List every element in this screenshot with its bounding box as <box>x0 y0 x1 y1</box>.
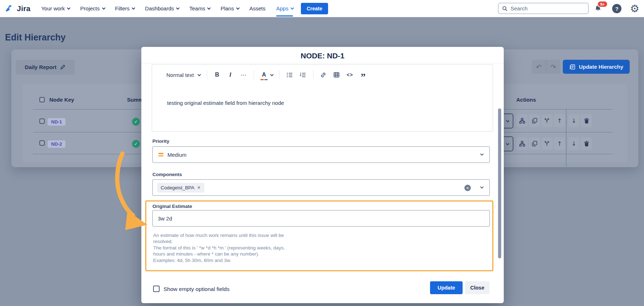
tree-icon <box>519 141 525 147</box>
chevron-down-icon <box>176 6 180 10</box>
branch-icon <box>544 141 550 146</box>
numbered-list-button[interactable] <box>300 71 306 79</box>
bold-button[interactable]: B <box>214 71 220 79</box>
hierarchy-tree-button[interactable] <box>516 137 528 150</box>
nav-item-teams[interactable]: Teams <box>189 0 210 17</box>
nav-item-apps[interactable]: Apps <box>276 0 293 17</box>
italic-button[interactable]: I <box>227 71 234 79</box>
clear-all-icon[interactable]: ✕ <box>464 185 471 191</box>
editor-toolbar: Normal text B I ⋯ A <box>166 71 366 79</box>
up-arrow-icon: ↑ <box>557 117 562 124</box>
close-button[interactable]: Close <box>465 281 489 294</box>
copy-button[interactable] <box>529 137 540 150</box>
report-name-chip[interactable]: Daily Report <box>16 60 75 74</box>
priority-value: Medium <box>167 152 186 158</box>
description-editor[interactable]: Normal text B I ⋯ A <box>152 64 493 132</box>
text-style-dropdown[interactable]: Normal text <box>166 72 200 78</box>
chevron-down-icon <box>480 152 484 156</box>
question-icon: ? <box>612 4 621 13</box>
column-header-actions: Actions <box>516 97 536 103</box>
show-empty-fields-checkbox[interactable] <box>153 286 160 292</box>
node-key-badge[interactable]: ND-1 <box>48 118 65 126</box>
chevron-down-icon <box>102 6 105 10</box>
toolbar-divider <box>254 71 254 79</box>
nav-item-filters[interactable]: Filters <box>115 0 135 17</box>
nav-item-assets[interactable]: Assets <box>249 0 265 17</box>
delete-button[interactable] <box>581 114 592 127</box>
hierarchy-tree-button[interactable] <box>516 114 528 127</box>
settings-button[interactable]: ⚙ <box>628 0 641 17</box>
jira-logo[interactable]: Jira <box>5 4 30 13</box>
delete-button[interactable] <box>581 137 592 150</box>
branch-button[interactable] <box>541 137 553 150</box>
gear-icon: ⚙ <box>630 4 639 14</box>
show-empty-fields-label: Show empty optional fields <box>164 286 229 292</box>
status-check-icon: ✓ <box>132 140 140 148</box>
down-arrow-icon: ↓ <box>571 140 576 147</box>
toolbar-divider <box>207 71 207 79</box>
node-edit-modal: NODE: ND-1 Normal text B I ⋯ A <box>141 47 504 303</box>
row-checkbox[interactable] <box>39 140 45 146</box>
chevron-down-icon <box>291 6 294 10</box>
toolbar-divider <box>279 71 280 79</box>
move-down-button[interactable]: ↓ <box>568 114 580 127</box>
update-button[interactable]: Update <box>430 281 463 294</box>
up-arrow-icon: ↑ <box>557 140 562 147</box>
chevron-down-icon <box>197 73 201 76</box>
move-up-button[interactable]: ↑ <box>554 137 565 150</box>
copy-button[interactable] <box>529 114 540 127</box>
jira-screen: Jira Your work Projects Filters Dashboar… <box>0 0 644 306</box>
original-estimate-input[interactable] <box>152 210 490 227</box>
chevron-down-icon[interactable] <box>270 73 274 76</box>
components-select[interactable]: Codegeist_BPA ✕ ✕ <box>152 179 490 196</box>
node-key-badge[interactable]: ND-2 <box>48 140 65 148</box>
pencil-icon <box>60 64 66 70</box>
branch-button[interactable] <box>541 114 553 127</box>
search-icon <box>502 6 508 11</box>
undo-button[interactable]: ↶ <box>532 60 546 74</box>
undo-redo-group: ↶ ↷ <box>532 60 560 74</box>
modal-scrollbar[interactable] <box>498 108 501 258</box>
modal-title: NODE: ND-1 <box>141 52 504 60</box>
priority-label: Priority <box>152 139 169 144</box>
nav-item-dashboards[interactable]: Dashboards <box>145 0 179 17</box>
document-icon <box>569 64 576 70</box>
jira-logo-icon <box>5 4 14 13</box>
trash-icon <box>584 118 589 123</box>
table-icon <box>333 72 340 78</box>
description-text[interactable]: testing original estimate field from hie… <box>167 100 284 106</box>
link-button[interactable] <box>320 71 327 79</box>
remove-tag-icon[interactable]: ✕ <box>197 185 200 190</box>
tree-icon <box>519 118 525 124</box>
chevron-down-icon <box>132 6 135 10</box>
update-hierarchy-button[interactable]: Update Hierarchy <box>563 60 630 74</box>
down-arrow-icon: ↓ <box>571 117 576 124</box>
nav-item-plans[interactable]: Plans <box>220 0 239 17</box>
priority-medium-icon <box>158 153 164 156</box>
original-estimate-label: Original Estimate <box>152 204 192 209</box>
select-all-checkbox[interactable] <box>39 97 45 102</box>
components-label: Components <box>152 172 182 177</box>
numbered-list-icon <box>300 72 306 78</box>
quote-button[interactable]: ” <box>360 71 366 79</box>
chevron-down-icon <box>480 185 484 189</box>
status-check-icon: ✓ <box>132 118 140 126</box>
toolbar-divider <box>313 71 313 79</box>
row-checkbox[interactable] <box>39 118 45 124</box>
priority-select[interactable]: Medium <box>152 146 490 163</box>
more-formatting-button[interactable]: ⋯ <box>240 71 247 79</box>
text-color-button[interactable]: A <box>261 71 267 79</box>
code-button[interactable]: <> <box>347 71 353 79</box>
search-input[interactable] <box>511 5 575 11</box>
search-box[interactable] <box>498 3 589 14</box>
trash-icon <box>584 141 589 146</box>
nav-item-your-work[interactable]: Your work <box>41 0 69 17</box>
help-button[interactable]: ? <box>611 0 623 17</box>
move-up-button[interactable]: ↑ <box>554 114 565 127</box>
create-button[interactable]: Create <box>301 3 328 14</box>
nav-item-projects[interactable]: Projects <box>80 0 104 17</box>
bullet-list-button[interactable] <box>287 71 293 79</box>
redo-button[interactable]: ↷ <box>546 60 560 74</box>
move-down-button[interactable]: ↓ <box>568 137 580 150</box>
insert-table-button[interactable] <box>333 71 340 79</box>
